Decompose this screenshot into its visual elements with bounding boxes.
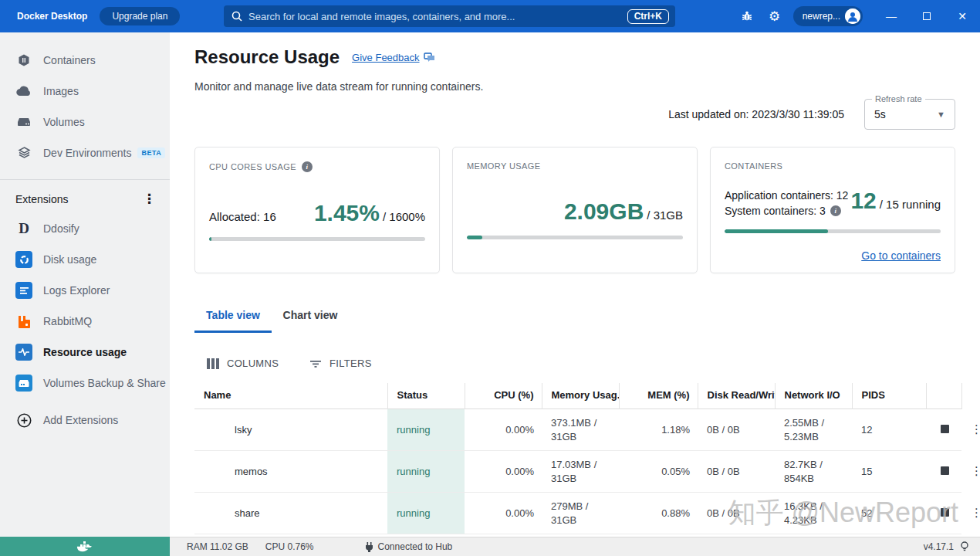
- sidebar-item-label: Resource usage: [43, 346, 127, 358]
- info-icon[interactable]: i: [830, 205, 841, 216]
- system-containers-label: System containers: 3: [725, 203, 826, 219]
- table-row[interactable]: memosrunning0.00%17.03MB / 31GB0.05%0B /…: [194, 451, 961, 493]
- containers-card: CONTAINERS Application containers: 12 Sy…: [710, 147, 955, 273]
- sidebar-item-images[interactable]: Images: [0, 76, 170, 107]
- rabbitmq-icon: [15, 314, 32, 328]
- sidebar-item-resource-usage[interactable]: Resource usage: [0, 337, 170, 368]
- columns-button[interactable]: COLUMNS: [207, 358, 279, 369]
- stop-container-button[interactable]: [941, 425, 949, 433]
- column-header-memory-usage[interactable]: Memory Usag...: [542, 383, 619, 409]
- tab-chart-view[interactable]: Chart view: [272, 301, 349, 333]
- columns-label: COLUMNS: [227, 358, 279, 369]
- sidebar: Containers Images Volumes Dev Environmen…: [0, 32, 170, 537]
- container-disk-io: 0B / 0B: [698, 451, 775, 493]
- give-feedback-link[interactable]: Give Feedback: [352, 52, 434, 63]
- extensions-header: Extensions: [15, 193, 68, 205]
- sidebar-item-disk-usage[interactable]: Disk usage: [0, 244, 170, 275]
- container-cpu: 0.00%: [465, 409, 542, 451]
- column-header-actions: [926, 383, 961, 409]
- container-network-io: 2.55MB / 5.23MB: [775, 409, 852, 451]
- table-row[interactable]: lskyrunning0.00%373.1MB / 31GB1.18%0B / …: [194, 409, 961, 451]
- sidebar-item-ddosify[interactable]: D Ddosify: [0, 213, 170, 244]
- column-header-status[interactable]: Status: [387, 383, 465, 409]
- container-memory: 279MB / 31GB: [542, 493, 619, 534]
- username-label: newrep...: [803, 11, 840, 22]
- sidebar-item-volumes[interactable]: Volumes: [0, 107, 170, 137]
- sidebar-item-label: Dev Environments: [43, 147, 131, 159]
- settings-gear-icon[interactable]: ⚙: [761, 0, 789, 32]
- bug-report-icon[interactable]: [733, 0, 761, 32]
- info-icon[interactable]: i: [302, 161, 313, 172]
- extensions-menu-icon[interactable]: ⋮: [143, 192, 156, 205]
- container-mem-pct: 0.05%: [619, 451, 698, 493]
- containers-card-title: CONTAINERS: [725, 161, 782, 171]
- containers-table: Name Status CPU (%) Memory Usag... MEM (…: [194, 383, 961, 534]
- titlebar: Docker Desktop Upgrade plan Ctrl+K ⚙ new…: [0, 0, 980, 32]
- tab-table-view[interactable]: Table view: [194, 301, 272, 333]
- container-status: running: [387, 451, 465, 493]
- sidebar-item-volumes-backup[interactable]: Volumes Backup & Share: [0, 368, 170, 398]
- container-network-io: 82.7KB / 854KB: [775, 451, 852, 493]
- cpu-usage-value: 1.45%: [314, 200, 380, 226]
- docker-whale-icon: [76, 541, 93, 553]
- sidebar-item-add-extensions[interactable]: Add Extensions: [0, 405, 170, 436]
- global-search[interactable]: Ctrl+K: [224, 5, 675, 27]
- column-header-pids[interactable]: PIDS: [852, 383, 926, 409]
- sidebar-item-label: Logs Explorer: [43, 284, 110, 297]
- ddosify-icon: D: [15, 220, 32, 237]
- maximize-button[interactable]: [909, 0, 945, 32]
- container-disk-io: 0B / 0B: [698, 409, 775, 451]
- table-row[interactable]: sharerunning0.00%279MB / 31GB0.88%0B / 0…: [194, 493, 961, 534]
- refresh-rate-select[interactable]: Refresh rate 5s ▼: [864, 99, 955, 130]
- chevron-down-icon: ▼: [937, 110, 945, 119]
- container-memory: 17.03MB / 31GB: [542, 451, 619, 493]
- row-menu-icon[interactable]: ⋮: [971, 506, 980, 519]
- column-header-disk[interactable]: Disk Read/Write: [698, 383, 775, 409]
- stop-container-button[interactable]: [941, 508, 949, 517]
- sidebar-item-containers[interactable]: Containers: [0, 45, 170, 76]
- last-updated-text: Last updated on: 2023/3/30 11:39:05: [668, 108, 844, 120]
- stop-container-button[interactable]: [941, 466, 949, 475]
- container-name[interactable]: share: [194, 493, 387, 534]
- search-icon: [231, 11, 242, 22]
- column-header-network[interactable]: Network I/O: [775, 383, 852, 409]
- close-button[interactable]: ✕: [945, 0, 980, 32]
- memory-card-title: MEMORY USAGE: [467, 161, 540, 171]
- filters-icon: [309, 359, 322, 368]
- sidebar-item-label: Disk usage: [43, 253, 96, 266]
- filters-button[interactable]: FILTERS: [309, 358, 372, 369]
- sidebar-item-dev-environments[interactable]: Dev Environments BETA: [0, 137, 170, 168]
- memory-progress-bar: [467, 236, 683, 239]
- container-pids: 15: [852, 451, 926, 493]
- column-header-name[interactable]: Name: [194, 383, 387, 409]
- sidebar-item-logs-explorer[interactable]: Logs Explorer: [0, 275, 170, 306]
- user-menu[interactable]: newrep...: [793, 6, 863, 26]
- row-menu-icon[interactable]: ⋮: [971, 422, 980, 436]
- whale-menu[interactable]: [0, 537, 170, 556]
- sidebar-item-rabbitmq[interactable]: RabbitMQ: [0, 306, 170, 337]
- container-cpu: 0.00%: [465, 493, 542, 534]
- status-bar: RAM 11.02 GB CPU 0.76% Connected to Hub …: [0, 537, 980, 556]
- containers-icon: [15, 53, 32, 67]
- sidebar-item-label: Volumes: [43, 116, 85, 128]
- minimize-button[interactable]: —: [874, 0, 909, 32]
- container-name[interactable]: memos: [194, 451, 387, 493]
- filters-label: FILTERS: [329, 358, 372, 369]
- go-to-containers-link[interactable]: Go to containers: [861, 249, 941, 262]
- columns-icon: [207, 358, 219, 369]
- ram-status: RAM 11.02 GB: [187, 541, 248, 552]
- containers-running-total: / 15 running: [880, 198, 941, 211]
- column-header-mem-pct[interactable]: MEM (%): [619, 383, 698, 409]
- container-name[interactable]: lsky: [194, 409, 387, 451]
- column-header-cpu[interactable]: CPU (%): [465, 383, 542, 409]
- feedback-icon: [424, 53, 435, 63]
- cpu-status: CPU 0.76%: [265, 541, 314, 552]
- table-header-row: Name Status CPU (%) Memory Usag... MEM (…: [194, 383, 961, 409]
- search-input[interactable]: [248, 11, 627, 22]
- row-menu-icon[interactable]: ⋮: [971, 464, 980, 477]
- tips-lightbulb-icon[interactable]: [960, 541, 969, 552]
- page-title: Resource Usage: [194, 46, 340, 68]
- maximize-icon: [923, 12, 931, 20]
- upgrade-plan-button[interactable]: Upgrade plan: [100, 7, 180, 25]
- memory-usage-value: 2.09GB: [564, 198, 644, 225]
